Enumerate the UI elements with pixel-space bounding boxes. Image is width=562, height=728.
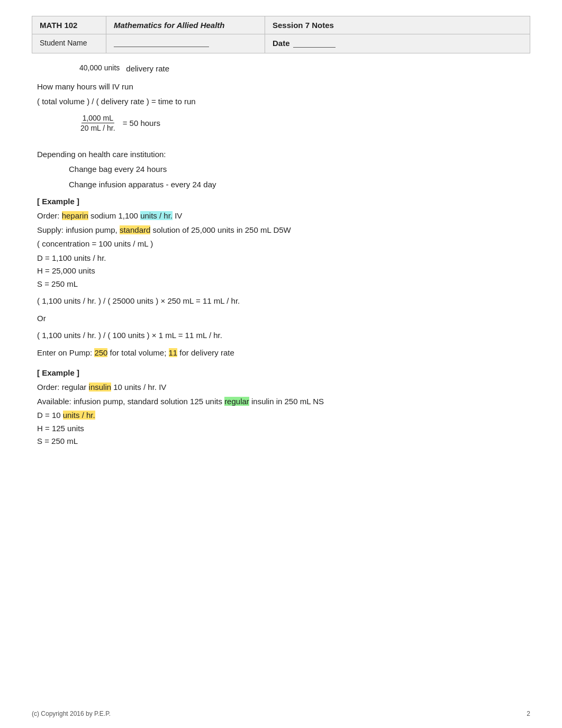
example1-or: Or bbox=[37, 313, 525, 325]
date-label: Date bbox=[273, 39, 290, 48]
example1-header: [ Example ] bbox=[37, 197, 525, 206]
example1-pump: Enter on Pump: 250 for total volume; 11 … bbox=[37, 347, 525, 359]
example2-block: Order: regular insulin 10 units / hr. IV… bbox=[37, 381, 525, 448]
institution-text: Depending on health care institution: bbox=[37, 149, 525, 161]
course-title: Mathematics for Allied Health bbox=[106, 16, 265, 34]
footer: (c) Copyright 2016 by P.E.P. 2 bbox=[32, 710, 530, 717]
highlight-units-hr2: units / hr. bbox=[63, 411, 95, 420]
delivery-rate-block: 40,000 units delivery rate bbox=[37, 63, 525, 74]
example1-supply: Supply: infusion pump, standard solution… bbox=[37, 224, 525, 236]
fraction-numerator: 1,000 mL bbox=[81, 113, 114, 123]
example1-math2: ( 1,100 units / hr. ) / ( 100 units ) × … bbox=[37, 330, 525, 342]
session-label: Session 7 Notes bbox=[265, 16, 530, 34]
highlight-units-hr: units / hr. bbox=[140, 211, 173, 220]
highlight-heparin: heparin bbox=[62, 211, 88, 220]
volume-fraction: 1,000 mL 20 mL / hr. bbox=[79, 113, 116, 133]
highlight-pump-250: 250 bbox=[94, 348, 107, 357]
example2-h: H = 125 units bbox=[37, 423, 525, 435]
highlight-insulin: insulin bbox=[89, 383, 112, 392]
main-content: 40,000 units delivery rate How many hour… bbox=[32, 63, 530, 448]
date-field: Date bbox=[265, 34, 530, 53]
footer-copyright: (c) Copyright 2016 by P.E.P. bbox=[32, 710, 111, 717]
iv-run-question: How many hours will IV run ( total volum… bbox=[37, 81, 525, 108]
example2-supply: Available: infusion pump, standard solut… bbox=[37, 396, 525, 408]
highlight-regular: regular bbox=[224, 397, 249, 406]
example2-order: Order: regular insulin 10 units / hr. IV bbox=[37, 381, 525, 394]
equals-50-hours: = 50 hours bbox=[123, 119, 160, 128]
example1-d: D = 1,100 units / hr. bbox=[37, 252, 525, 265]
footer-page: 2 bbox=[527, 710, 530, 717]
example1-math1: ( 1,100 units / hr. ) / ( 25000 units ) … bbox=[37, 295, 525, 307]
page: MATH 102 Mathematics for Allied Health S… bbox=[0, 0, 562, 728]
example1-conc: ( concentration = 100 units / mL ) bbox=[37, 238, 525, 250]
example2-d: D = 10 units / hr. bbox=[37, 410, 525, 422]
example1-order: Order: heparin sodium 1,100 units / hr. … bbox=[37, 210, 525, 222]
student-name-field[interactable] bbox=[106, 34, 265, 53]
institution-block: Depending on health care institution: Ch… bbox=[37, 149, 525, 191]
fraction-result: 1,000 mL 20 mL / hr. = 50 hours bbox=[37, 113, 525, 133]
course-code: MATH 102 bbox=[32, 16, 106, 34]
fraction-denominator: 20 mL / hr. bbox=[79, 123, 116, 133]
highlight-pump-11: 11 bbox=[169, 348, 178, 357]
header-table: MATH 102 Mathematics for Allied Health S… bbox=[32, 16, 530, 53]
example2-header: [ Example ] bbox=[37, 368, 525, 377]
student-label: Student Name bbox=[32, 34, 106, 53]
example1-block: Order: heparin sodium 1,100 units / hr. … bbox=[37, 210, 525, 359]
delivery-rate-text: delivery rate bbox=[126, 64, 169, 73]
example1-s: S = 250 mL bbox=[37, 278, 525, 290]
delivery-rate-units: 40,000 units bbox=[79, 63, 120, 74]
example1-h: H = 25,000 units bbox=[37, 265, 525, 277]
change-infusion: Change infusion apparatus - every 24 day bbox=[37, 179, 525, 191]
highlight-standard1: standard bbox=[120, 225, 150, 234]
date-underline[interactable] bbox=[293, 39, 336, 48]
change-bag: Change bag every 24 hours bbox=[37, 163, 525, 176]
example2-s: S = 250 mL bbox=[37, 435, 525, 448]
